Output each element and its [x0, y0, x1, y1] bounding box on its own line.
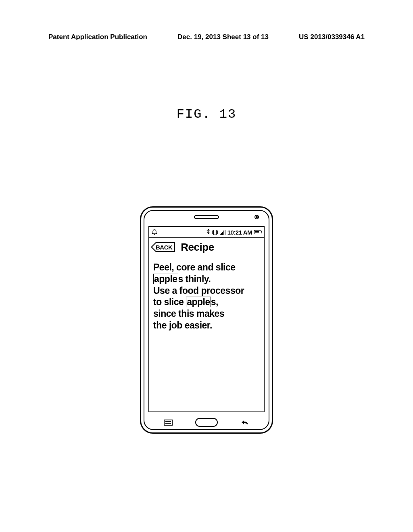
- recipe-content: Peel, core and slice apples thinly. Use …: [149, 256, 264, 411]
- title-bar: BACK Recipe: [149, 238, 264, 256]
- front-camera-icon: [254, 215, 259, 219]
- home-button[interactable]: [195, 418, 218, 427]
- recipe-line-2: apples thinly.: [153, 273, 260, 285]
- date-sheet-label: Dec. 19, 2013 Sheet 13 of 13: [177, 33, 269, 41]
- svg-rect-0: [164, 420, 172, 425]
- publication-number: US 2013/0339346 A1: [299, 33, 365, 41]
- menu-button-icon[interactable]: [164, 420, 173, 426]
- hardware-buttons: [141, 418, 272, 427]
- publication-label: Patent Application Publication: [48, 33, 147, 41]
- bluetooth-icon: [206, 229, 210, 236]
- highlighted-word[interactable]: apple: [153, 274, 178, 284]
- page-header: Patent Application Publication Dec. 19, …: [0, 33, 413, 41]
- back-hardware-button-icon[interactable]: [240, 419, 249, 426]
- notification-bell-icon: [152, 229, 157, 235]
- vibrate-icon: [212, 230, 218, 235]
- recipe-line-5: since this makes: [153, 308, 260, 320]
- highlighted-word[interactable]: apple: [186, 297, 211, 307]
- back-button[interactable]: BACK: [156, 242, 175, 252]
- recipe-line-3: Use a food processor: [153, 285, 260, 297]
- earpiece: [194, 215, 219, 219]
- recipe-line-1: Peel, core and slice: [153, 262, 260, 273]
- figure-label: FIG. 13: [0, 107, 413, 122]
- phone-device: 10:21 AM BACK Recipe Peel, core and slic…: [140, 206, 273, 434]
- recipe-line-6: the job easier.: [153, 320, 260, 331]
- status-time: 10:21 AM: [227, 229, 252, 236]
- back-button-label: BACK: [156, 244, 172, 251]
- status-bar: 10:21 AM: [149, 227, 264, 238]
- battery-icon: [254, 230, 261, 234]
- phone-screen: 10:21 AM BACK Recipe Peel, core and slic…: [148, 226, 265, 412]
- signal-icon: [220, 230, 225, 235]
- page-title: Recipe: [181, 241, 214, 254]
- recipe-line-4: to slice apples,: [153, 296, 260, 308]
